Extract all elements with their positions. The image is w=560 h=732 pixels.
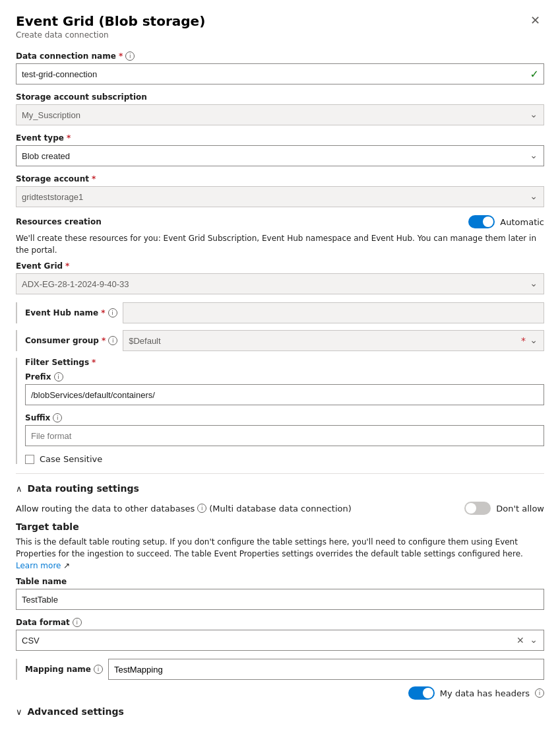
multidb-toggle-track[interactable] <box>464 502 491 515</box>
event-grid-label: Event Grid * <box>16 261 544 271</box>
valid-checkmark: ✓ <box>530 68 539 81</box>
prefix-input[interactable] <box>25 384 544 405</box>
suffix-info-icon: i <box>53 413 62 422</box>
target-table-info: This is the default table routing setup.… <box>16 536 544 572</box>
consumer-group-wrapper: $Default * <box>123 330 544 351</box>
storage-account-select[interactable]: gridteststorage1 <box>16 186 544 207</box>
data-routing-chevron: ∧ <box>16 484 22 494</box>
event-type-required: * <box>67 133 71 143</box>
data-format-select[interactable]: CSV <box>16 630 544 651</box>
title-block: Event Grid (Blob storage) Create data co… <box>16 13 205 50</box>
consumer-required: * <box>102 336 106 345</box>
storage-subscription-field: Storage account subscription My_Suscript… <box>16 92 544 125</box>
data-format-clear-button[interactable]: ✕ <box>516 635 524 646</box>
consumer-group-info-icon: i <box>108 336 117 345</box>
eventhub-input <box>123 302 544 323</box>
connection-name-field: Data connection name * i ✓ <box>16 51 544 84</box>
connection-name-input-wrapper: ✓ <box>16 63 544 84</box>
close-button[interactable]: ✕ <box>526 13 544 28</box>
event-type-select[interactable]: Blob created <box>16 145 544 166</box>
storage-subscription-wrapper: My_Suscription <box>16 104 544 125</box>
prefix-info-icon: i <box>54 372 63 382</box>
filter-required: * <box>92 358 96 367</box>
target-table-title: Target table <box>16 521 544 532</box>
resources-creation-info: We'll create these resources for you: Ev… <box>16 232 544 256</box>
target-table-section: Target table This is the default table r… <box>16 521 544 700</box>
eventhub-row: Event Hub name * i <box>16 302 544 323</box>
external-link-icon: ↗ <box>63 561 70 570</box>
learn-more-link[interactable]: Learn more <box>16 561 61 570</box>
prefix-field: Prefix i <box>25 372 544 405</box>
panel-title: Event Grid (Blob storage) <box>16 13 205 29</box>
data-format-label: Data format i <box>16 618 544 627</box>
required-star: * <box>119 51 123 61</box>
eventhub-label: Event Hub name * i <box>25 308 117 317</box>
headers-row: My data has headers i <box>16 686 544 700</box>
divider-1 <box>16 473 544 474</box>
connection-name-info-icon: i <box>125 51 135 61</box>
mapping-name-input[interactable] <box>108 659 544 680</box>
multidb-toggle-label: Don't allow <box>496 504 544 514</box>
headers-toggle-thumb <box>423 688 433 698</box>
headers-label: My data has headers <box>440 688 530 698</box>
storage-subscription-select[interactable]: My_Suscription <box>16 104 544 125</box>
resources-toggle-track[interactable] <box>468 215 495 228</box>
data-format-info-icon: i <box>73 618 82 627</box>
filter-settings-container: Filter Settings * Prefix i Suffix i Case… <box>16 358 544 464</box>
table-name-label: Table name <box>16 577 544 586</box>
advanced-settings-title: Advanced settings <box>28 706 124 717</box>
data-routing-title: Data routing settings <box>28 483 139 494</box>
connection-name-input[interactable] <box>16 63 544 84</box>
multidb-toggle: Don't allow <box>464 502 544 515</box>
connection-name-label: Data connection name * i <box>16 51 544 61</box>
panel-header: Event Grid (Blob storage) Create data co… <box>16 13 544 50</box>
case-sensitive-label: Case Sensitive <box>40 454 102 464</box>
panel-container: Event Grid (Blob storage) Create data co… <box>0 0 560 732</box>
data-format-field: Data format i CSV ✕ <box>16 618 544 651</box>
event-type-field: Event type * Blob created <box>16 133 544 166</box>
filter-settings-label: Filter Settings * <box>25 358 544 367</box>
data-routing-header[interactable]: ∧ Data routing settings <box>16 483 544 494</box>
resources-toggle-label: Automatic <box>500 217 544 227</box>
resources-toggle-thumb <box>483 216 493 227</box>
suffix-label: Suffix i <box>25 413 544 422</box>
multidb-label: Allow routing the data to other database… <box>16 504 352 514</box>
panel-subtitle: Create data connection <box>16 30 205 40</box>
multidb-info-icon: i <box>197 504 206 513</box>
multidb-row: Allow routing the data to other database… <box>16 502 544 515</box>
suffix-input[interactable] <box>25 425 544 446</box>
event-grid-required: * <box>65 261 69 271</box>
storage-account-required: * <box>92 174 96 183</box>
multidb-toggle-thumb <box>466 503 476 514</box>
case-sensitive-checkbox[interactable] <box>25 455 34 464</box>
prefix-label: Prefix i <box>25 372 544 382</box>
mapping-info-icon: i <box>94 665 103 674</box>
eventhub-info-icon: i <box>108 308 117 317</box>
headers-info-icon: i <box>535 688 544 698</box>
case-sensitive-row: Case Sensitive <box>25 454 544 464</box>
consumer-group-select[interactable]: $Default <box>123 330 544 351</box>
storage-subscription-label: Storage account subscription <box>16 92 544 102</box>
data-format-wrapper: CSV ✕ <box>16 630 544 651</box>
consumer-group-label: Consumer group * i <box>25 336 117 345</box>
storage-account-wrapper: gridteststorage1 <box>16 186 544 207</box>
event-grid-wrapper: ADX-EG-28-1-2024-9-40-33 <box>16 273 544 294</box>
table-name-input[interactable] <box>16 589 544 610</box>
event-grid-select[interactable]: ADX-EG-28-1-2024-9-40-33 <box>16 273 544 294</box>
consumer-group-row: Consumer group * i $Default * <box>16 330 544 351</box>
consumer-required-asterisk: * <box>521 335 526 346</box>
data-format-select-wrapper: CSV <box>16 630 544 651</box>
storage-account-field: Storage account * gridteststorage1 <box>16 174 544 207</box>
suffix-field: Suffix i <box>25 413 544 446</box>
headers-toggle-track[interactable] <box>408 686 435 700</box>
resources-creation-toggle: Automatic <box>468 215 544 228</box>
storage-account-label: Storage account * <box>16 174 544 183</box>
mapping-name-row: Mapping name i <box>16 659 544 680</box>
event-type-label: Event type * <box>16 133 544 143</box>
advanced-settings-row[interactable]: ∨ Advanced settings <box>16 706 544 717</box>
mapping-name-label: Mapping name i <box>25 665 103 674</box>
resources-creation-label: Resources creation <box>16 217 102 226</box>
advanced-chevron: ∨ <box>16 707 22 717</box>
eventhub-required: * <box>101 308 105 317</box>
footer-spacer <box>16 717 544 732</box>
